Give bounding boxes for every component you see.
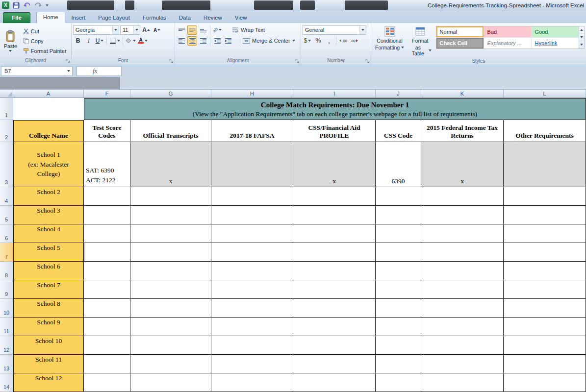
- format-painter-button[interactable]: Format Painter: [21, 46, 69, 55]
- font-name-dropdown-icon[interactable]: [112, 26, 119, 34]
- cell[interactable]: [504, 355, 586, 373]
- row-header-8[interactable]: 8: [0, 262, 13, 280]
- insert-function-button[interactable]: fx: [76, 66, 122, 76]
- grow-font-button[interactable]: A: [141, 25, 151, 35]
- tab-review[interactable]: Review: [197, 13, 229, 23]
- cell[interactable]: [504, 224, 586, 243]
- row-header-4[interactable]: 4: [0, 187, 13, 206]
- tab-view[interactable]: View: [229, 13, 254, 23]
- cell-test-codes[interactable]: SAT: 6390 ACT: 2122: [84, 142, 130, 187]
- column-header-f[interactable]: F: [84, 90, 130, 98]
- cell[interactable]: [293, 355, 376, 373]
- gallery-scroll-down[interactable]: [579, 34, 584, 41]
- cell[interactable]: [84, 373, 130, 392]
- header-css-code[interactable]: CSS Code: [376, 120, 421, 142]
- cell[interactable]: [504, 336, 586, 355]
- tab-home[interactable]: Home: [36, 12, 65, 23]
- cell[interactable]: [421, 206, 504, 224]
- align-top-button[interactable]: [177, 25, 186, 35]
- cell[interactable]: [376, 280, 421, 299]
- cell[interactable]: [130, 243, 211, 262]
- cell[interactable]: [293, 187, 376, 206]
- underline-button[interactable]: U: [95, 36, 104, 46]
- cell[interactable]: [293, 224, 376, 243]
- gallery-scroll-up[interactable]: [579, 26, 584, 34]
- cell[interactable]: [421, 280, 504, 299]
- cell[interactable]: [504, 142, 586, 187]
- cell[interactable]: [421, 373, 504, 392]
- number-dialog-launcher[interactable]: [365, 59, 370, 63]
- row-header-2[interactable]: 2: [0, 120, 13, 142]
- font-size-dropdown-icon[interactable]: [133, 26, 140, 34]
- format-as-table-button[interactable]: Format as Table: [407, 24, 433, 58]
- cell[interactable]: [293, 243, 376, 262]
- name-box[interactable]: B7: [1, 66, 73, 76]
- cell[interactable]: [211, 206, 293, 224]
- cell[interactable]: [211, 224, 293, 243]
- cell[interactable]: [211, 142, 293, 187]
- cell[interactable]: [376, 336, 421, 355]
- column-header-h[interactable]: H: [211, 90, 293, 98]
- cell[interactable]: [211, 243, 293, 262]
- decrease-indent-button[interactable]: [212, 36, 222, 46]
- fill-color-button[interactable]: [125, 36, 136, 46]
- cell[interactable]: [84, 280, 130, 299]
- qat-customize-icon[interactable]: [46, 4, 49, 6]
- cell[interactable]: [211, 262, 293, 280]
- cell[interactable]: [130, 355, 211, 373]
- copy-button[interactable]: Copy: [21, 36, 69, 46]
- conditional-formatting-button[interactable]: Conditional Formatting: [373, 24, 407, 52]
- name-box-dropdown-icon[interactable]: [65, 67, 72, 75]
- font-size-combo[interactable]: 11: [120, 25, 140, 35]
- percent-style-button[interactable]: %: [313, 36, 323, 46]
- cell-school-9[interactable]: School 9: [13, 318, 84, 336]
- row-header-7[interactable]: 7: [0, 243, 13, 262]
- cell[interactable]: [211, 187, 293, 206]
- shrink-font-button[interactable]: A: [152, 25, 162, 35]
- cell[interactable]: [130, 280, 211, 299]
- borders-button[interactable]: [109, 36, 121, 46]
- cell[interactable]: [84, 262, 130, 280]
- redo-button[interactable]: [34, 2, 42, 8]
- number-format-dropdown-icon[interactable]: [359, 26, 366, 34]
- row-header-9[interactable]: 9: [0, 280, 13, 299]
- header-college-name[interactable]: College Name: [13, 120, 84, 142]
- row-header-13[interactable]: 13: [0, 355, 13, 373]
- cell-school-6[interactable]: School 6: [13, 262, 84, 280]
- cell[interactable]: [130, 262, 211, 280]
- cell-school-5[interactable]: School 5: [13, 243, 84, 262]
- cell-school-8[interactable]: School 8: [13, 299, 84, 318]
- clipboard-dialog-launcher[interactable]: [66, 59, 70, 63]
- cell[interactable]: [130, 299, 211, 318]
- tab-data[interactable]: Data: [173, 13, 197, 23]
- header-fafsa[interactable]: 2017-18 FAFSA: [211, 120, 293, 142]
- cell-transcripts-mark[interactable]: x: [130, 142, 211, 187]
- paste-button[interactable]: Paste: [1, 24, 20, 57]
- cell-tax-mark[interactable]: x: [421, 142, 504, 187]
- cell-css-profile-mark[interactable]: x: [293, 142, 376, 187]
- orientation-button[interactable]: ab: [212, 25, 222, 35]
- cell[interactable]: [211, 373, 293, 392]
- save-button[interactable]: [13, 2, 20, 9]
- cell[interactable]: [130, 336, 211, 355]
- formula-input-area[interactable]: [0, 77, 120, 89]
- row-header-1[interactable]: 1: [0, 98, 13, 120]
- row-header-5[interactable]: 5: [0, 206, 13, 224]
- row-header-12[interactable]: 12: [0, 336, 13, 355]
- cell[interactable]: [211, 336, 293, 355]
- cell-school-4[interactable]: School 4: [13, 224, 84, 243]
- align-center-button[interactable]: [187, 36, 197, 46]
- column-header-g[interactable]: G: [130, 90, 211, 98]
- align-right-button[interactable]: [198, 36, 208, 46]
- cell[interactable]: [211, 355, 293, 373]
- header-css-profile[interactable]: CSS/Financial Aid PROFILE: [293, 120, 376, 142]
- cell[interactable]: [84, 336, 130, 355]
- style-bad[interactable]: Bad: [484, 26, 531, 37]
- comma-style-button[interactable]: ,: [324, 36, 334, 46]
- cell[interactable]: [84, 206, 130, 224]
- cell-school-3[interactable]: School 3: [13, 206, 84, 224]
- style-hyperlink[interactable]: Hyperlink: [532, 38, 579, 49]
- paste-dropdown-icon[interactable]: [9, 50, 12, 52]
- cell[interactable]: [421, 187, 504, 206]
- cell[interactable]: [421, 299, 504, 318]
